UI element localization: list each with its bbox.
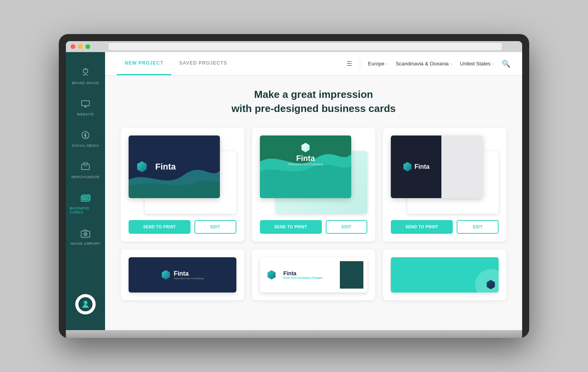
card1-front: Finta [129,135,220,198]
card3-edit-button[interactable]: EDIT [457,220,499,234]
card-template-1: Finta Finta • John Doe • joh [121,128,244,242]
sidebar-item-website[interactable]: WEBSITE [66,91,105,123]
card-template-2: Finta Rationalize Your Fundraising • joh… [252,128,376,242]
card5-text-area: Finta Drive Your Fundraise Forward [283,270,336,279]
card5-slogan: Drive Your Fundraise Forward [283,276,336,279]
card-template-3: Finta JOHN SMITH name@domain.com +46 (0)… [383,128,506,242]
bottom-card6-front [391,257,499,293]
svg-point-8 [85,233,86,235]
bottom-card5-front: Finta Drive Your Fundraise Forward [260,257,368,293]
headline-line1: Make a great impression with pre-designe… [121,87,506,116]
tab-saved-projects[interactable]: SAVED PROJECTS [171,52,235,75]
bottom-card-5: Finta Drive Your Fundraise Forward [252,249,376,300]
cards-icon [79,191,92,204]
sidebar-item-social-media[interactable]: SOCIAL MEDIA [66,123,105,154]
filter-europe[interactable]: Europe › [368,61,388,67]
maximize-dot[interactable] [85,44,90,49]
chevron-icon-3: › [492,61,494,66]
card3-dark-block: Finta [391,135,441,198]
sidebar-item-merchandise[interactable]: MERCHANDISE [66,154,105,185]
sidebar-label-business-cards: BUSINESS CARDS [70,206,101,214]
laptop-frame: BRAND SPACE WEBSITE [59,34,529,338]
card2-front: Finta Rationalize Your Fundraising [260,135,351,198]
sidebar: BRAND SPACE WEBSITE [66,52,105,330]
card4-brand-row: Finta Rationalize Your Fundraising [161,270,203,280]
card-preview-3: Finta JOHN SMITH name@domain.com +46 (0)… [391,135,499,214]
sidebar-label-brand-space: BRAND SPACE [72,81,99,85]
svg-point-7 [84,233,87,236]
card1-print-button[interactable]: SEND TO PRINT [129,220,191,234]
content-area: Make a great impression with pre-designe… [105,76,522,330]
card5-brand: Finta [283,270,336,276]
laptop-hinge [66,330,522,338]
card3-print-button[interactable]: SEND TO PRINT [391,220,453,234]
card2-print-button[interactable]: SEND TO PRINT [260,220,322,234]
camera-icon [79,227,92,239]
page-headline: Make a great impression with pre-designe… [121,87,506,116]
card2-tagline: Rationalize Your Fundraising [288,163,323,166]
merchandise-icon [79,160,92,173]
card4-logo [161,270,171,280]
card1-edit-button[interactable]: EDIT [194,220,236,234]
svg-rect-1 [82,101,89,106]
sidebar-item-brand-space[interactable]: BRAND SPACE [66,60,105,91]
chevron-icon: › [387,61,388,66]
card2-brand-center: Finta Rationalize Your Fundraising [288,143,323,166]
card3-brand: Finta [414,163,429,170]
top-navigation: NEW PROJECT SAVED PROJECTS ☰ Europe › [105,52,522,76]
sidebar-label-merchandise: MERCHANDISE [71,175,100,179]
card3-logo [403,162,412,172]
card4-tagline: Rationalize Your Fundraising [174,277,203,280]
card2-logo [301,143,310,152]
card3-front: Finta [391,135,482,198]
chevron-icon-2: › [451,61,452,66]
filter-icon[interactable]: ☰ [347,60,352,67]
sidebar-label-image-library: IMAGE LIBRARY [71,242,100,246]
search-button[interactable]: 🔍 [502,60,510,68]
sidebar-label-website: WEBSITE [77,112,94,116]
tab-new-project[interactable]: NEW PROJECT [117,52,171,75]
laptop-screen: BRAND SPACE WEBSITE [66,41,522,330]
bottom-card4-front: Finta Rationalize Your Fundraising [129,257,236,293]
card-preview-2: Finta Rationalize Your Fundraising • joh… [260,135,368,214]
card6-circle [475,269,499,293]
app-container: BRAND SPACE WEBSITE [66,52,522,330]
bottom-card-4: Finta Rationalize Your Fundraising [121,249,244,300]
titlebar [66,41,522,52]
sidebar-avatar-area [75,286,96,322]
card3-actions: SEND TO PRINT EDIT [391,220,499,234]
card2-brand: Finta [288,154,323,163]
card5-right-block [340,261,363,289]
filter-scandinavia[interactable]: Scandinavia & Oceania › [396,61,452,67]
main-content: NEW PROJECT SAVED PROJECTS ☰ Europe › [105,52,522,330]
card1-actions: SEND TO PRINT EDIT [129,220,236,234]
card5-logo [267,270,276,280]
nav-filters: ☰ Europe › Scandinavia & Oceania › Unite… [347,60,510,68]
sidebar-label-social-media: SOCIAL MEDIA [72,144,99,148]
bottom-cards-row: Finta Rationalize Your Fundraising [121,249,506,300]
cards-grid: Finta Finta • John Doe • joh [121,128,506,242]
filter-separator [360,60,360,68]
url-bar[interactable] [109,43,502,50]
card4-text: Finta Rationalize Your Fundraising [174,270,203,280]
sidebar-item-image-library[interactable]: IMAGE LIBRARY [66,220,105,252]
card5-logo-area [264,270,279,280]
svg-rect-6 [81,231,90,237]
social-icon [79,129,92,141]
brand-icon [79,66,92,79]
card3-brand-area: Finta [403,162,429,172]
card-preview-1: Finta Finta • John Doe • joh [129,135,236,214]
card2-edit-button[interactable]: EDIT [326,220,368,234]
nav-tabs: NEW PROJECT SAVED PROJECTS [117,52,235,75]
avatar[interactable] [75,294,96,314]
card2-actions: SEND TO PRINT EDIT [260,220,368,234]
card4-brand: Finta [174,270,203,277]
minimize-dot[interactable] [78,44,83,49]
close-dot[interactable] [71,44,75,49]
bottom-card-6 [383,249,506,300]
filter-us[interactable]: United States › [460,61,494,67]
svg-point-11 [83,302,85,305]
card1-brand: Finta [155,162,176,172]
sidebar-item-business-cards[interactable]: BUSINESS CARDS [66,185,105,220]
monitor-icon [79,98,92,110]
